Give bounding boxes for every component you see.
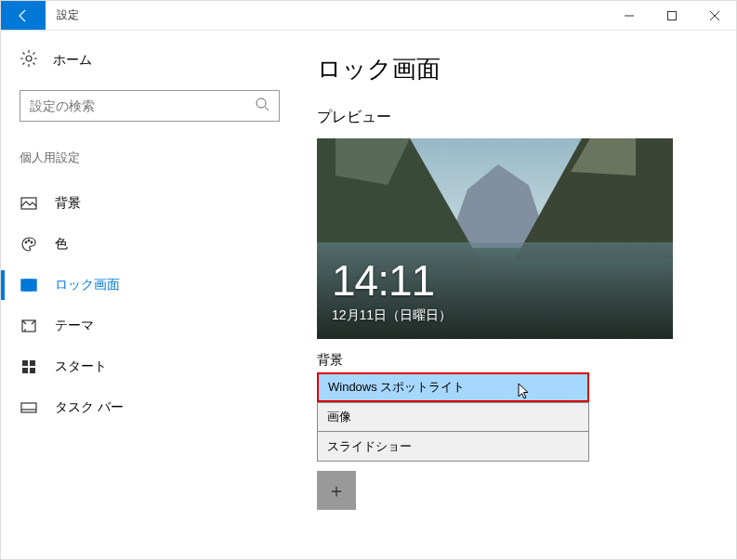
option-label: スライドショー <box>327 438 412 455</box>
svg-point-4 <box>26 56 32 61</box>
plus-icon: ＋ <box>327 478 346 503</box>
dropdown-option-picture[interactable]: 画像 <box>317 402 589 432</box>
minimize-button[interactable] <box>608 1 651 30</box>
svg-point-9 <box>28 240 30 241</box>
home-button[interactable]: ホーム <box>20 49 280 72</box>
search-input-container[interactable] <box>20 90 280 122</box>
sidebar-item-taskbar[interactable]: タスク バー <box>20 387 280 428</box>
close-button[interactable] <box>693 1 736 30</box>
preview-time: 14:11 <box>332 259 452 302</box>
svg-rect-19 <box>21 403 36 412</box>
page-title: ロック画面 <box>317 53 704 85</box>
sidebar-item-background[interactable]: 背景 <box>20 183 280 224</box>
lockscreen-preview: 14:11 12月11日（日曜日） <box>317 138 673 339</box>
dropdown-option-slideshow[interactable]: スライドショー <box>317 432 589 462</box>
svg-point-8 <box>25 241 27 243</box>
theme-icon <box>20 318 38 334</box>
sidebar-item-lockscreen[interactable]: ロック画面 <box>20 265 280 306</box>
nav-label: 背景 <box>55 195 81 212</box>
preview-date: 12月11日（日曜日） <box>332 307 452 324</box>
lockscreen-icon <box>20 277 38 293</box>
svg-rect-17 <box>22 368 28 373</box>
home-label: ホーム <box>53 52 92 69</box>
nav-label: スタート <box>55 358 107 375</box>
cursor-icon <box>517 382 532 403</box>
svg-line-6 <box>265 107 269 111</box>
svg-point-5 <box>257 98 266 108</box>
svg-rect-16 <box>30 360 35 366</box>
option-label: 画像 <box>327 409 351 425</box>
sidebar-item-themes[interactable]: テーマ <box>20 306 280 346</box>
sidebar-item-colors[interactable]: 色 <box>20 224 280 265</box>
search-input[interactable] <box>30 98 255 113</box>
svg-point-10 <box>31 241 33 243</box>
option-label: Windows スポットライト <box>328 379 465 396</box>
add-button[interactable]: ＋ <box>317 471 356 510</box>
preview-heading: プレビュー <box>317 108 704 127</box>
nav-label: ロック画面 <box>55 277 120 293</box>
start-icon <box>20 358 38 375</box>
gear-icon <box>20 49 38 72</box>
svg-rect-15 <box>22 360 28 366</box>
back-button[interactable] <box>1 1 46 30</box>
section-header: 個人用設定 <box>20 150 280 166</box>
nav-label: テーマ <box>55 318 94 334</box>
taskbar-icon <box>20 399 38 416</box>
svg-rect-12 <box>25 280 33 291</box>
picture-icon <box>20 195 38 212</box>
search-icon <box>255 97 270 115</box>
window-title: 設定 <box>46 1 608 30</box>
svg-rect-18 <box>30 368 35 373</box>
nav-label: タスク バー <box>55 399 124 416</box>
sidebar-item-start[interactable]: スタート <box>20 346 280 387</box>
palette-icon <box>20 236 38 253</box>
background-label: 背景 <box>317 352 704 369</box>
maximize-button[interactable] <box>651 1 693 30</box>
nav-label: 色 <box>55 236 68 253</box>
dropdown-option-spotlight[interactable]: Windows スポットライト <box>317 372 589 402</box>
svg-rect-1 <box>668 11 677 20</box>
background-dropdown[interactable]: Windows スポットライト 画像 スライドショー <box>317 372 589 462</box>
